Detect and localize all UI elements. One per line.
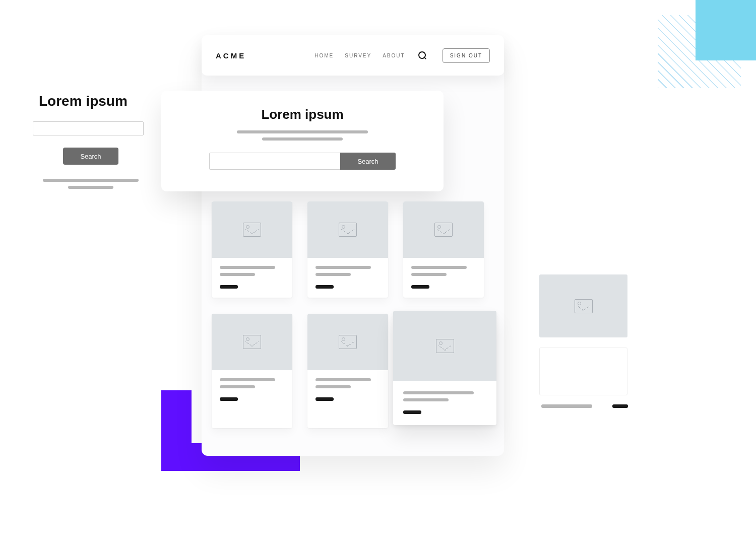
nav-home[interactable]: HOME bbox=[314, 53, 334, 58]
main-search-input[interactable] bbox=[209, 153, 340, 170]
nav-about[interactable]: ABOUT bbox=[383, 53, 405, 58]
result-card[interactable] bbox=[307, 314, 388, 428]
right-thumbnail bbox=[539, 274, 627, 337]
card-thumbnail bbox=[212, 201, 292, 258]
header-bar: ACME HOME SURVEY ABOUT SIGN OUT bbox=[202, 35, 504, 76]
card-thumbnail bbox=[307, 314, 388, 370]
card-thumbnail bbox=[212, 314, 292, 370]
search-card: Lorem ipsum Search bbox=[161, 91, 444, 191]
signout-button[interactable]: SIGN OUT bbox=[443, 48, 490, 63]
right-preview-stack bbox=[539, 274, 630, 408]
image-placeholder-icon bbox=[243, 223, 261, 237]
result-card[interactable] bbox=[307, 201, 388, 298]
card-thumbnail bbox=[307, 201, 388, 258]
left-panel-caption bbox=[33, 179, 149, 189]
image-placeholder-icon bbox=[436, 339, 454, 353]
main-search-button[interactable]: Search bbox=[340, 153, 396, 170]
brand-logo: ACME bbox=[216, 51, 246, 60]
image-placeholder-icon bbox=[339, 223, 357, 237]
nav-survey[interactable]: SURVEY bbox=[345, 53, 371, 58]
image-placeholder-icon bbox=[575, 299, 593, 313]
result-card[interactable] bbox=[212, 201, 292, 298]
left-search-input[interactable] bbox=[33, 121, 144, 135]
card-thumbnail bbox=[393, 311, 496, 381]
left-search-panel: Lorem ipsum Search bbox=[33, 93, 149, 189]
image-placeholder-icon bbox=[434, 223, 453, 237]
search-icon[interactable] bbox=[418, 51, 426, 59]
decor-cyan-square bbox=[696, 0, 756, 60]
result-card-highlighted[interactable] bbox=[393, 311, 496, 425]
card-thumbnail bbox=[403, 201, 484, 258]
result-card[interactable] bbox=[403, 201, 484, 298]
search-card-subtitle bbox=[202, 130, 403, 141]
left-search-button[interactable]: Search bbox=[63, 148, 118, 165]
right-blank-card bbox=[539, 348, 627, 395]
image-placeholder-icon bbox=[339, 335, 357, 349]
search-card-title: Lorem ipsum bbox=[202, 107, 403, 122]
result-card[interactable] bbox=[212, 314, 292, 428]
image-placeholder-icon bbox=[243, 335, 261, 349]
right-meta-row bbox=[539, 404, 630, 408]
left-panel-title: Lorem ipsum bbox=[33, 93, 149, 109]
